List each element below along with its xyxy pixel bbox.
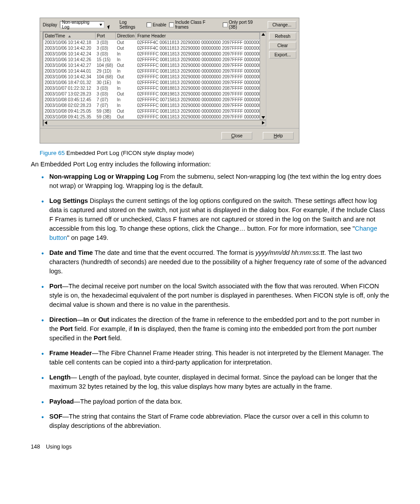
display-label: Display xyxy=(43,22,57,27)
table-cell: 2003/10/06 10:14:42.34 xyxy=(44,74,96,80)
table-cell: 02FFFFFC 00811813 20290000 00000000 2097… xyxy=(136,68,260,74)
export-button[interactable]: Export... xyxy=(269,51,296,59)
body: Displays the current settings of the log… xyxy=(49,197,385,232)
table-cell: 2003/10/06 10:14:42.27 xyxy=(44,63,96,68)
table-cell: In xyxy=(116,85,136,91)
table-cell: 2003/10/08 09:41:25.05 xyxy=(44,108,96,114)
display-dropdown[interactable]: Non-wrapping Log xyxy=(60,21,104,28)
term-payload: Payload xyxy=(49,398,74,405)
table-cell: In xyxy=(116,97,136,103)
col-direction[interactable]: Direction xyxy=(116,33,136,40)
scroll-down-icon xyxy=(262,116,265,119)
table-row[interactable]: 2003/10/08 09:41:25.3559 (3B)Out02FFFFFC… xyxy=(44,114,260,120)
list-item: Frame Header—The Fibre Channel Frame Hea… xyxy=(43,349,389,367)
include-classf-checkbox[interactable]: Include Class F frames xyxy=(169,20,220,29)
table-row[interactable]: 2003/10/08 09:41:25.0559 (3B)Out02FFFFFC… xyxy=(44,108,260,114)
table-cell: In xyxy=(116,68,136,74)
table-row[interactable]: 2003/10/06 10:14:42.34104 (68)Out02FFFFF… xyxy=(44,74,260,80)
table-cell: 7 (07) xyxy=(96,103,116,108)
table-cell: 02FFFFFC 00811813 20290000 00000000 2097… xyxy=(136,63,260,68)
page-number: 148 xyxy=(31,444,40,450)
term-direction: Direction xyxy=(49,316,77,323)
table-row[interactable]: 2003/10/08 03:45:12.457 (07)In02FFFFFC 0… xyxy=(44,97,260,103)
list-item: Non-wrapping Log or Wrapping Log From th… xyxy=(43,172,389,191)
clear-button[interactable]: Clear xyxy=(269,42,296,49)
port-log-window: Display Non-wrapping Log Log Settings En… xyxy=(40,18,299,143)
table-cell: 59 (3B) xyxy=(96,114,116,120)
enable-checkbox[interactable]: Enable xyxy=(147,22,166,27)
table-cell: 2003/10/08 09:41:25.35 xyxy=(44,114,96,120)
table-cell: 02FFFFFC 00611813 20290000 00000000 2097… xyxy=(136,114,260,120)
table-row[interactable]: 2003/10/06 10:14:42.2615 (15)In02FFFFFC … xyxy=(44,57,260,63)
table-cell: 02FFFFFC 00811813 20290000 00000000 2097… xyxy=(136,108,260,114)
col-frameheader[interactable]: Frame Header xyxy=(136,33,260,40)
refresh-button[interactable]: Refresh xyxy=(269,33,296,40)
table-row[interactable]: 2003/10/06 10:14:42.183 (03)Out02FFFF4C … xyxy=(44,40,260,46)
table-cell: 02FFFFFC 00811813 20290000 00000000 2097… xyxy=(136,51,260,57)
table-cell: 3 (03) xyxy=(96,45,116,51)
table-cell: Out xyxy=(116,63,136,68)
table-row[interactable]: 2003/10/06 18:47:01.3230 (1E)In02FFFFFC … xyxy=(44,80,260,85)
list-item: Port—The decimal receive port number on … xyxy=(43,282,389,309)
term-port: Port xyxy=(49,283,62,290)
list-item: SOF—The string that contains the Start o… xyxy=(43,412,389,430)
col-port[interactable]: Port xyxy=(96,33,116,40)
help-button[interactable]: Help xyxy=(263,132,294,140)
table-cell: Out xyxy=(116,114,136,120)
table-cell: 02FFFF4C 00611813 20290000 00000000 2097… xyxy=(136,40,260,46)
table-row[interactable]: 2003/10/06 10:14:42.27104 (68)Out02FFFFF… xyxy=(44,63,260,68)
horizontal-scrollbar[interactable] xyxy=(43,120,266,126)
figure-caption: Figure 65 Embedded Port Log (FICON style… xyxy=(40,150,389,156)
section-name: Using logs xyxy=(46,444,71,450)
checkbox-box-icon xyxy=(223,22,228,27)
body: The string that contains the Start of Fr… xyxy=(49,413,369,429)
scroll-up-icon xyxy=(262,33,265,36)
vertical-scrollbar[interactable] xyxy=(260,32,266,120)
table-cell: In xyxy=(116,57,136,63)
table-cell: 02FFFFFC 00715813 20290000 00000000 2097… xyxy=(136,97,260,103)
cursor-icon xyxy=(107,22,111,27)
table-cell: 2003/10/07 13:02:28.23 xyxy=(44,91,96,97)
body: " on page 149. xyxy=(67,234,108,241)
table-cell: 2003/10/06 18:47:01.32 xyxy=(44,80,96,85)
term-datetime: Date and Time xyxy=(49,249,93,256)
table-cell: 2003/10/08 03:45:12.45 xyxy=(44,97,96,103)
body: The Fibre Channel Frame Header string. T… xyxy=(49,349,383,366)
table-cell: 3 (03) xyxy=(96,85,116,91)
checkbox-box-icon xyxy=(147,22,151,27)
table-cell: 29 (1D) xyxy=(96,68,116,74)
term-nonwrapping: Non-wrapping Log or Wrapping Log xyxy=(49,173,158,180)
only-port-checkbox[interactable]: Only port 59 (3B) xyxy=(223,20,262,29)
intro-text: An Embedded Port Log entry includes the … xyxy=(31,161,389,168)
table-cell: 2003/10/06 10:14:42.26 xyxy=(44,57,96,63)
display-dropdown-value: Non-wrapping Log xyxy=(62,20,98,29)
definitions-list: Non-wrapping Log or Wrapping Log From th… xyxy=(31,172,389,430)
scroll-left-icon xyxy=(44,121,47,125)
table-cell: 2003/10/07 01:22:32.12 xyxy=(44,85,96,91)
change-button[interactable]: Change... xyxy=(268,21,296,29)
list-item: Length— Length of the payload, byte coun… xyxy=(43,373,389,391)
window-footer: Close Help xyxy=(40,128,299,143)
table-row[interactable]: 2003/10/06 10:14:42.203 (03)Out02FFFF4C … xyxy=(44,45,260,51)
chevron-down-icon xyxy=(99,24,102,26)
body: The decimal receive port number on the l… xyxy=(49,283,389,308)
table-row[interactable]: 2003/10/06 10:14:44.0129 (1D)In02FFFFFC … xyxy=(44,68,260,74)
table-cell: 02FFFF4C 00611813 20290000 00000000 2097… xyxy=(136,45,260,51)
table-cell: 15 (15) xyxy=(96,57,116,63)
table-cell: In xyxy=(116,80,136,85)
col-datetime[interactable]: Date/Time xyxy=(44,33,96,40)
list-item: Direction—In or Out indicates the direct… xyxy=(43,315,389,343)
table-row[interactable]: 2003/10/07 13:02:28.233 (03)Out02FFFFFC … xyxy=(44,91,260,97)
term-frameheader: Frame Header xyxy=(49,349,92,357)
table-cell: Out xyxy=(116,108,136,114)
close-button[interactable]: Close xyxy=(221,132,252,140)
table-row[interactable]: 2003/10/06 10:14:42.243 (03)In02FFFFFC 0… xyxy=(44,51,260,57)
table-cell: 3 (03) xyxy=(96,40,116,46)
table-cell: In xyxy=(116,103,136,108)
table-cell: In xyxy=(116,51,136,57)
table-row[interactable]: 2003/10/08 02:02:28.237 (07)In02FFFFFC 0… xyxy=(44,103,260,108)
table-cell: 02FFFFFC 00811813 20290000 00000000 2097… xyxy=(136,74,260,80)
table-cell: 3 (03) xyxy=(96,51,116,57)
table-row[interactable]: 2003/10/07 01:22:32.123 (03)In02FFFFFC 0… xyxy=(44,85,260,91)
enable-label: Enable xyxy=(153,22,166,27)
